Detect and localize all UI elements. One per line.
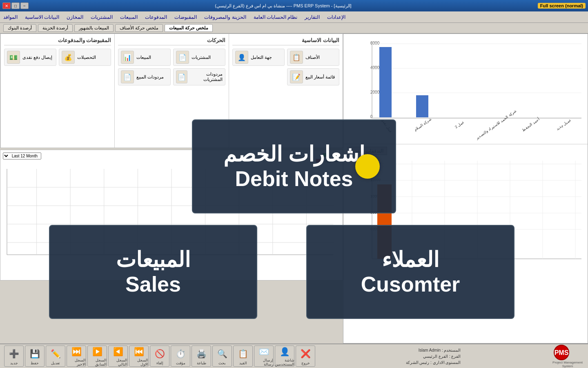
card-items[interactable]: الأصناف 📋 — [287, 49, 339, 66]
tab-sales-summary[interactable]: ملخص حركة المبيعات — [165, 24, 213, 32]
btn-print-label: طباعة — [197, 361, 206, 365]
card-sales-move[interactable]: المبيعات 📊 — [118, 49, 170, 66]
btn-cancel[interactable]: 🚫 إلغاء — [150, 346, 169, 367]
tab-items-summary[interactable]: ملخص حركة الأصناف — [115, 24, 163, 32]
branch-label: الفرع : — [448, 354, 461, 359]
main-content: 6000 4000 2000 0 عمل نقدى — [0, 34, 588, 343]
section-movements-title: الحركات — [118, 37, 225, 45]
save-icon: 💾 — [28, 347, 41, 360]
collections-icon: 💰 — [62, 51, 75, 64]
btn-last[interactable]: ⏭️ السجل الاخير — [67, 346, 86, 367]
contact-icon: 👤 — [235, 51, 248, 64]
prev-record-icon: ▶️ — [91, 346, 104, 357]
section-receipts-payments-title: المقبوضات والمدفوعات — [4, 37, 111, 45]
btn-exit[interactable]: ❌ خروج — [296, 346, 315, 367]
menu-item-accounts[interactable]: نظام الحسابات العامة — [254, 14, 298, 20]
title-bar-left: Full screen (normal) — [538, 3, 586, 9]
svg-text:PMS: PMS — [555, 349, 569, 356]
menu-item-purchases[interactable]: المشتريات — [91, 14, 113, 20]
card-sales-returns[interactable]: مردودات المبيع 📄 — [118, 68, 170, 85]
user-value: Islam Admin — [419, 348, 441, 352]
btn-print[interactable]: 🖨️ طباعة — [192, 346, 211, 367]
menu-item-settings[interactable]: الإعدادات — [327, 14, 345, 20]
menu-bar: الإعدادات التقارير نظام الحسابات العامة … — [0, 11, 588, 23]
card-contact[interactable]: جهة التعامل 👤 — [232, 49, 285, 66]
timer-icon: ⏱️ — [174, 347, 187, 360]
btn-message-label: إرسال رسالة — [254, 358, 273, 366]
price-list-icon: 📝 — [290, 70, 303, 83]
menu-item-payments[interactable]: المدفوعات — [145, 14, 167, 20]
svg-text:شركة الحمد للاستيراد والتصدير: شركة الحمد للاستيراد والتصدير — [475, 109, 518, 141]
btn-exit-label: خروج — [301, 361, 310, 365]
card-purchase-returns[interactable]: مردودات المشتريات 📄 — [173, 68, 225, 85]
close-button[interactable]: ✕ — [2, 2, 11, 9]
card-contact-label: جهة التعامل — [251, 55, 272, 60]
title-bar-title: [الرئيسية] - PMS ERP System ---- منشاة ب… — [29, 3, 538, 9]
btn-next[interactable]: ◀️ السجل التالي — [108, 346, 128, 367]
btn-entry[interactable]: 📋 القيد — [233, 346, 253, 367]
menu-item-reports[interactable]: التقارير — [305, 14, 320, 20]
btn-timer[interactable]: ⏱️ مؤقت — [171, 346, 190, 367]
btn-timer-label: مؤقت — [176, 361, 185, 365]
btn-users[interactable]: 👤 شاشة المستخدمين — [275, 346, 294, 367]
menu-item-suppliers[interactable]: الموافد — [3, 14, 18, 20]
tabs-bar: ملخص حركة المبيعات ملخص حركة الأصناف الم… — [0, 23, 588, 34]
svg-text:2000: 2000 — [370, 90, 380, 94]
card-collections[interactable]: التحصيلات 💰 — [59, 49, 111, 66]
menu-item-warehouses[interactable]: المخازن — [67, 14, 83, 20]
btn-first-label: السجل الاول — [129, 358, 148, 366]
btn-save-label: حفظ — [31, 361, 39, 365]
svg-text:6000: 6000 — [370, 41, 380, 45]
fullscreen-badge: Full screen (normal) — [538, 3, 586, 9]
btn-prev[interactable]: ▶️ السجل السابق — [87, 346, 107, 367]
btn-edit-label: تعديل — [51, 361, 60, 365]
sales-arabic-label: المبيعات — [116, 247, 190, 272]
maximize-button[interactable]: □ — [11, 2, 20, 9]
menu-item-basic-data[interactable]: البيانات الاساسية — [25, 14, 59, 20]
role-value: رئيس الشركة — [406, 360, 430, 365]
btn-search[interactable]: 🔍 بحث — [212, 346, 232, 367]
card-purchases[interactable]: المشتريات 📄 — [173, 49, 225, 66]
svg-text:4000: 4000 — [370, 65, 380, 70]
btn-cancel-label: إلغاء — [156, 361, 163, 365]
users-icon: 👤 — [278, 346, 291, 357]
first-record-icon: ⏮️ — [132, 346, 145, 357]
btn-message[interactable]: ✉️ إرسال رسالة — [254, 346, 274, 367]
logo-tagline: Project Management System — [551, 361, 584, 368]
btn-save[interactable]: 💾 حفظ — [25, 346, 45, 367]
bottom-bar: PMS Project Management System المستخدم :… — [0, 343, 588, 368]
next-record-icon: ◀️ — [111, 346, 125, 357]
last-record-icon: ⏭️ — [70, 346, 83, 357]
title-bar-buttons: − □ ✕ — [2, 2, 29, 9]
minimize-button[interactable]: − — [20, 2, 29, 9]
items-icon: 📋 — [290, 51, 303, 64]
tab-monthly-sales[interactable]: المبيعات بالشهور — [74, 24, 114, 32]
svg-text:شركة السلام: شركة السلام — [413, 117, 432, 132]
card-price-list[interactable]: قائمة أسعار البيع 📝 — [287, 68, 339, 85]
tab-bank-balance[interactable]: أرصدة البنوك — [3, 24, 36, 32]
btn-new[interactable]: ➕ جديد — [4, 346, 24, 367]
user-info: المستخدم : Islam Admin — [406, 347, 461, 353]
period-dropdown[interactable]: Last 12 Month — [3, 153, 41, 159]
card-sales-move-label: المبيعات — [136, 55, 151, 60]
section-basic-data-title: البيانات الاساسية — [232, 37, 339, 45]
overlay-customer[interactable]: العملاء Cusomter — [306, 225, 514, 319]
btn-new-label: جديد — [10, 361, 18, 365]
btn-edit[interactable]: ✏️ تعديل — [46, 346, 65, 367]
menu-item-sales[interactable]: المبيعات — [120, 14, 138, 20]
card-cash-receipt-label: إيصال دفع نقدى — [22, 55, 52, 60]
overlay-sales[interactable]: المبيعات Sales — [49, 225, 257, 319]
bottom-info: المستخدم : Islam Admin الفرع : الفرع الر… — [406, 347, 461, 366]
svg-text:أحمد التحفظ: أحمد التحفظ — [521, 116, 540, 132]
menu-item-treasury[interactable]: الحزينة والمصروفات — [204, 14, 246, 20]
entry-icon: 📋 — [236, 347, 249, 360]
btn-first[interactable]: ⏮️ السجل الاول — [129, 346, 149, 367]
card-cash-receipt[interactable]: إيصال دفع نقدى 💵 — [4, 49, 56, 66]
card-collections-label: التحصيلات — [77, 55, 96, 60]
purchases-icon: 📄 — [176, 51, 189, 64]
message-icon: ✉️ — [257, 346, 270, 357]
sales-move-icon: 📊 — [121, 51, 134, 64]
btn-users-label: شاشة المستخدمين — [275, 358, 294, 366]
tab-treasury-balance[interactable]: أرصدة الخزينة — [38, 24, 73, 32]
menu-item-receipts[interactable]: المقبوضات — [174, 14, 197, 20]
